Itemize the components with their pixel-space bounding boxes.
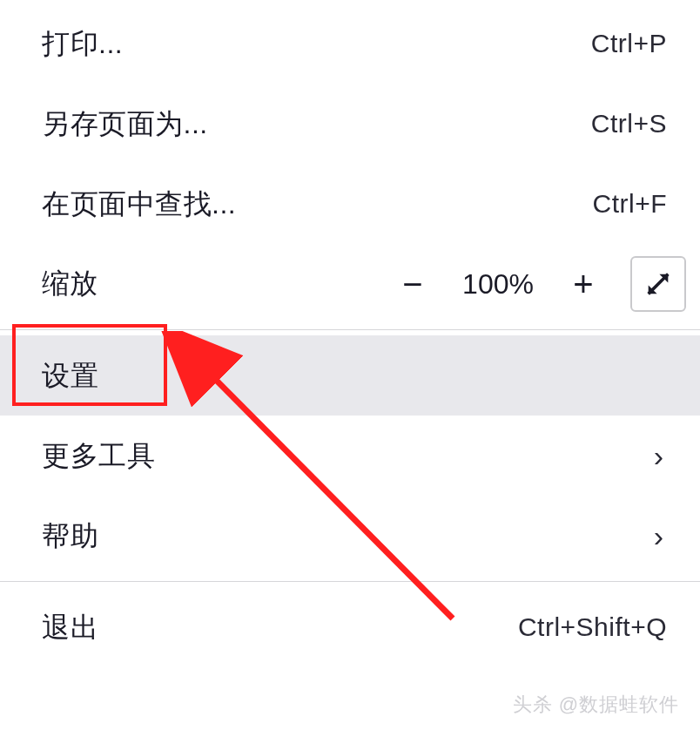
menu-item-find[interactable]: 在页面中查找... Ctrl+F: [0, 164, 700, 244]
menu-item-shortcut: Ctrl+Shift+Q: [518, 614, 667, 640]
menu-item-settings[interactable]: 设置: [0, 335, 700, 416]
zoom-in-button[interactable]: +: [559, 260, 608, 308]
menu-item-print[interactable]: 打印... Ctrl+P: [0, 3, 700, 84]
plus-icon: +: [573, 267, 593, 301]
menu-item-help[interactable]: 帮助 ›: [0, 496, 700, 576]
divider: [0, 581, 700, 582]
menu-item-label: 在页面中查找...: [42, 190, 236, 218]
menu-item-label: 帮助: [42, 522, 98, 550]
watermark: 头杀 @数据蛙软件: [513, 692, 679, 718]
menu-item-shortcut: Ctrl+P: [591, 30, 667, 57]
menu-item-shortcut: Ctrl+F: [593, 191, 668, 217]
menu-item-save-as[interactable]: 另存页面为... Ctrl+S: [0, 84, 700, 164]
menu-item-label: 设置: [42, 362, 98, 389]
fullscreen-icon: [643, 269, 673, 299]
menu-item-label: 另存页面为...: [42, 110, 208, 138]
menu-item-more-tools[interactable]: 更多工具 ›: [0, 416, 700, 496]
menu-item-exit[interactable]: 退出 Ctrl+Shift+Q: [0, 587, 700, 667]
zoom-value: 100%: [456, 268, 540, 301]
chevron-right-icon: ›: [654, 521, 667, 551]
context-menu: 打印... Ctrl+P 另存页面为... Ctrl+S 在页面中查找... C…: [0, 0, 700, 667]
chevron-right-icon: ›: [654, 441, 667, 470]
zoom-controls: − 100% +: [388, 256, 686, 312]
menu-item-label: 更多工具: [42, 442, 155, 470]
menu-item-label: 打印...: [42, 30, 123, 57]
menu-item-label: 退出: [42, 613, 98, 641]
minus-icon: −: [402, 267, 422, 301]
menu-item-label: 缩放: [42, 265, 388, 303]
menu-item-shortcut: Ctrl+S: [591, 111, 667, 137]
zoom-out-button[interactable]: −: [388, 260, 437, 308]
menu-item-zoom: 缩放 − 100% +: [0, 244, 700, 324]
fullscreen-button[interactable]: [630, 256, 686, 312]
divider: [0, 329, 700, 330]
